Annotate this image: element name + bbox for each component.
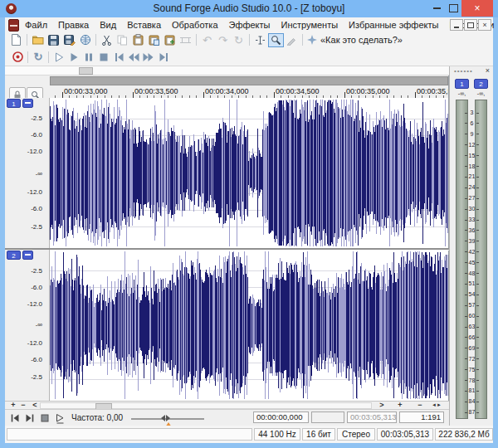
- save-button[interactable]: [46, 33, 61, 47]
- zoom-selection-button[interactable]: ◄►: [432, 402, 442, 409]
- tick-icon: [476, 187, 479, 188]
- close-button[interactable]: ×: [461, 0, 493, 17]
- redo-button[interactable]: ↷: [215, 33, 231, 47]
- maximize-button[interactable]: [445, 0, 461, 17]
- playbar-stop-button[interactable]: [38, 412, 51, 424]
- tick-icon: [465, 198, 467, 199]
- bit-depth: 16 бит: [302, 428, 335, 441]
- sparkle-help-icon: [307, 35, 317, 45]
- scroll-left-button[interactable]: <: [30, 402, 40, 409]
- paste-mix-button[interactable]: [162, 33, 178, 47]
- minimize-icon: [454, 27, 459, 28]
- ruler-label: 00:00:35,000: [346, 87, 390, 95]
- summary-position-bar[interactable]: [50, 76, 448, 85]
- menu-item-file[interactable]: Файл: [25, 20, 47, 30]
- play-all-button[interactable]: [51, 50, 66, 65]
- copy-button[interactable]: [115, 33, 130, 47]
- menu-item-edit[interactable]: Правка: [58, 20, 89, 30]
- menu-item-insert[interactable]: Вставка: [127, 20, 161, 30]
- save-as-button[interactable]: [61, 33, 77, 47]
- position-display[interactable]: 00:00:00,000: [253, 411, 309, 423]
- record-button[interactable]: [10, 50, 25, 65]
- menu-items: ФайлПравкаВидВставкаОбработкаЭффектыИнст…: [25, 17, 498, 32]
- channel-mode: Стерео: [337, 428, 375, 441]
- zoom-out-vertical-button[interactable]: −: [18, 402, 28, 409]
- undo-button[interactable]: ↶: [199, 33, 215, 47]
- playbar-play-normal-button[interactable]: [53, 412, 66, 424]
- document-icon: [8, 19, 19, 32]
- meter-scale-mark: 15: [465, 153, 479, 159]
- zoom-ratio-display[interactable]: 1:191: [399, 411, 444, 423]
- forward-button[interactable]: [141, 50, 156, 65]
- publish-button[interactable]: [77, 33, 93, 47]
- horizontal-scrollbar[interactable]: [40, 402, 372, 409]
- playbar-go-to-end-button[interactable]: [23, 412, 37, 424]
- free-space: 222 836,2 Мб: [435, 428, 493, 441]
- clipboard-icon: [133, 34, 144, 46]
- menu-item-effects[interactable]: Эффекты: [229, 20, 271, 30]
- playbar-go-to-start-button[interactable]: [8, 412, 22, 424]
- tick-icon: [476, 305, 479, 306]
- edit-tool-button[interactable]: [252, 33, 268, 47]
- window-title: Sound Forge Audio Studio 10.0 - [Z toboy…: [0, 0, 498, 17]
- scroll-right-button[interactable]: >: [377, 402, 387, 409]
- length-display[interactable]: 00:03:05,313: [347, 411, 397, 423]
- mdi-minimize-button[interactable]: [450, 19, 463, 31]
- meter-close-button[interactable]: ×: [486, 67, 490, 75]
- meter-scale-mark: 24: [465, 184, 479, 191]
- go-to-end-button[interactable]: [156, 50, 171, 65]
- new-file-button[interactable]: [8, 33, 24, 47]
- channel-1-collapse-button[interactable]: [22, 99, 33, 108]
- meter-scale-mark: 27: [465, 195, 479, 202]
- mdi-close-button[interactable]: ×: [478, 19, 491, 31]
- waveform-ch1[interactable]: [50, 98, 448, 248]
- open-file-button[interactable]: [30, 33, 46, 47]
- zoom-in-time-button[interactable]: +: [395, 402, 405, 409]
- zoom-out-time-button[interactable]: −: [415, 402, 425, 409]
- rate-slider-thumb[interactable]: [161, 415, 170, 421]
- go-to-start-button[interactable]: [111, 50, 126, 65]
- overview-scrollbar[interactable]: [5, 66, 449, 75]
- channel-1: 1 -2.5-6.0-12.0-∞-12.0-6.0-2.5: [5, 98, 449, 248]
- play-button[interactable]: [66, 50, 81, 65]
- meter-channel-1-button[interactable]: 1: [455, 79, 469, 89]
- rewind-button[interactable]: [126, 50, 141, 65]
- menu-item-favorite-effects[interactable]: Избранные эффекты: [349, 20, 438, 30]
- tick-icon: [476, 316, 479, 317]
- stop-button[interactable]: [96, 50, 111, 65]
- how-to-button[interactable]: «Как это сделать?»: [307, 35, 403, 45]
- channel-2-button[interactable]: 2: [7, 251, 21, 260]
- minimize-button[interactable]: [428, 0, 445, 17]
- paste-button[interactable]: [130, 33, 146, 47]
- menu-item-tools[interactable]: Инструменты: [281, 20, 339, 30]
- cut-button[interactable]: [99, 33, 115, 47]
- repeat-button[interactable]: ↻: [231, 33, 247, 47]
- meter-scale-mark: 3: [465, 110, 479, 116]
- tick-icon: [465, 220, 467, 221]
- channel-2-collapse-button[interactable]: [22, 251, 33, 260]
- magnify-tool-button[interactable]: [268, 33, 284, 47]
- loop-playback-button[interactable]: ↻: [31, 50, 46, 65]
- mdi-restore-button[interactable]: [464, 19, 477, 31]
- selection-display[interactable]: [311, 411, 344, 423]
- tick-icon: [476, 113, 479, 114]
- overview-thumb[interactable]: [79, 67, 93, 75]
- tick-icon: [465, 187, 467, 188]
- menu-item-process[interactable]: Обработка: [172, 20, 217, 30]
- meter-scale-mark: 30: [465, 206, 479, 212]
- db-label: -12.0: [27, 149, 42, 155]
- paste-to-new-button[interactable]: [146, 33, 162, 47]
- pause-button[interactable]: [81, 50, 96, 65]
- record-icon: [12, 51, 24, 63]
- ruler-label: 00:00:34,500: [276, 87, 320, 95]
- menu-item-view[interactable]: Вид: [100, 20, 116, 30]
- zoom-in-vertical-button[interactable]: +: [8, 402, 18, 409]
- tick-icon: [476, 380, 479, 381]
- trim-button[interactable]: [178, 33, 193, 47]
- waveform-ch2[interactable]: [50, 250, 448, 401]
- pencil-tool-button[interactable]: [284, 33, 300, 47]
- time-ruler[interactable]: 00:00:33,00000:00:33,50000:00:34,00000:0…: [50, 86, 448, 98]
- meter-channel-2-button[interactable]: 2: [474, 79, 488, 89]
- channel-1-button[interactable]: 1: [7, 99, 21, 108]
- panel-grip-icon[interactable]: ••••••: [454, 67, 473, 75]
